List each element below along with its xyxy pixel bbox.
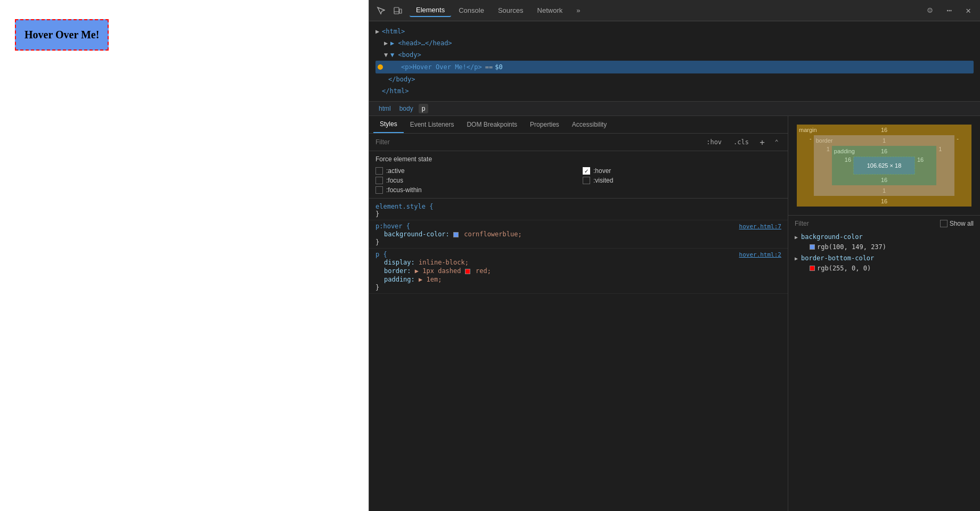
dom-p-line[interactable]: <p>Hover Over Me!</p> == $0 xyxy=(375,61,974,73)
bg-color-computed-swatch[interactable] xyxy=(810,244,815,250)
subtab-styles[interactable]: Styles xyxy=(373,116,404,133)
state-focus-within: :focus-within xyxy=(375,186,574,194)
p-tag: <p>Hover Over Me!</p> xyxy=(401,62,482,72)
expand-icon[interactable]: ⌃ xyxy=(772,137,781,147)
device-icon[interactable] xyxy=(390,3,405,18)
body-expand-icon[interactable]: ▼ xyxy=(384,50,390,60)
p-selector[interactable]: p { hover.html:2 xyxy=(375,251,781,258)
equals-sign: == xyxy=(485,62,493,72)
margin-top-value[interactable]: 16 xyxy=(881,127,887,133)
tab-network[interactable]: Network xyxy=(531,4,569,17)
computed-filter-input[interactable] xyxy=(795,220,936,227)
breadcrumb-html[interactable]: html xyxy=(375,104,394,113)
filter-input[interactable] xyxy=(375,138,698,146)
element-style-selector[interactable]: element.style { xyxy=(375,203,781,210)
dom-html-line[interactable]: ▶ <html> xyxy=(375,26,974,37)
border-prop[interactable]: border: ▶ 1px dashed red; xyxy=(375,267,781,275)
subtab-event-listeners[interactable]: Event Listeners xyxy=(404,117,461,133)
bg-color-expand-icon[interactable]: ▶ xyxy=(795,234,798,240)
bg-color-swatch[interactable] xyxy=(453,232,459,237)
margin-left-value[interactable]: - xyxy=(807,135,814,196)
head-expand-icon[interactable]: ▶ xyxy=(384,38,390,48)
state-visited: :visited xyxy=(583,177,781,184)
active-checkbox[interactable] xyxy=(375,167,383,175)
close-devtools-button[interactable]: ✕ xyxy=(961,3,976,18)
subtab-properties[interactable]: Properties xyxy=(524,117,566,133)
padding-bottom-value[interactable]: 16 xyxy=(881,177,887,183)
border-color-swatch[interactable] xyxy=(465,269,470,274)
hov-filter-button[interactable]: :hov xyxy=(703,137,725,147)
focus-label: :focus xyxy=(386,177,403,184)
active-label: :active xyxy=(386,167,405,175)
styles-panel: Styles Event Listeners DOM Breakpoints P… xyxy=(369,116,980,511)
padding-label: padding xyxy=(834,148,855,154)
p-hover-source[interactable]: hover.html:7 xyxy=(739,223,781,230)
cls-filter-button[interactable]: .cls xyxy=(730,137,753,147)
bg-color-name: background-color xyxy=(801,233,863,241)
breadcrumb-p[interactable]: p xyxy=(419,104,429,113)
toolbar-right-icons: ☺ ⋯ ✕ xyxy=(922,3,976,18)
content-size: 106.625 × 18 xyxy=(867,162,902,169)
feedback-icon[interactable]: ☺ xyxy=(922,3,937,18)
p-hover-selector[interactable]: p:hover { hover.html:7 xyxy=(375,222,781,230)
inspect-icon[interactable] xyxy=(373,3,388,18)
body-close-tag: </body> xyxy=(388,74,415,85)
add-style-rule-button[interactable]: + xyxy=(757,137,767,147)
force-state-title: Force element state xyxy=(375,155,781,163)
devtools-main-tabs: Elements Console Sources Network » xyxy=(410,4,920,17)
show-all-checkbox[interactable] xyxy=(940,220,948,227)
dom-body-close-line: </body> xyxy=(375,73,974,85)
hover-element[interactable]: Hover Over Me! xyxy=(15,19,109,51)
margin-right-value[interactable]: - xyxy=(954,135,961,196)
p-source[interactable]: hover.html:2 xyxy=(739,251,781,258)
focus-within-label: :focus-within xyxy=(386,186,422,194)
border-bottom-color-computed-value: rgb(255, 0, 0) xyxy=(817,265,871,272)
hover-checkbox[interactable] xyxy=(583,167,590,175)
dom-tree: ▶ <html> ▶ ▶ <head>…</head> ▼ ▼ <body> <… xyxy=(369,21,980,102)
breadcrumb-body[interactable]: body xyxy=(396,104,416,113)
border-bottom-value[interactable]: 1 xyxy=(883,187,886,194)
computed-bg-color[interactable]: ▶ background-color xyxy=(795,232,974,242)
html-tag: <html> xyxy=(382,26,405,37)
border-label: border xyxy=(816,137,833,144)
subtab-accessibility[interactable]: Accessibility xyxy=(566,117,613,133)
tab-sources[interactable]: Sources xyxy=(492,4,530,17)
border-bottom-color-computed-swatch[interactable] xyxy=(810,266,815,271)
subtab-dom-breakpoints[interactable]: DOM Breakpoints xyxy=(460,117,524,133)
background-color-prop[interactable]: background-color: cornflowerblue; xyxy=(375,230,781,238)
border-right-value[interactable]: 1 xyxy=(936,146,944,185)
focus-checkbox[interactable] xyxy=(375,177,383,184)
dom-head-line[interactable]: ▶ ▶ <head>…</head> xyxy=(375,37,974,49)
more-options-icon[interactable]: ⋯ xyxy=(942,3,957,18)
tab-console[interactable]: Console xyxy=(452,4,491,17)
visited-checkbox[interactable] xyxy=(583,177,590,184)
tab-elements[interactable]: Elements xyxy=(410,4,451,17)
tab-more[interactable]: » xyxy=(570,4,586,17)
state-active: :active xyxy=(375,167,574,175)
box-model-container: margin 16 16 - border 1 1 1 xyxy=(788,116,980,215)
computed-border-bottom-color[interactable]: ▶ border-bottom-color xyxy=(795,253,974,263)
display-prop[interactable]: display: inline-block; xyxy=(375,258,781,267)
border-left-value[interactable]: 1 xyxy=(824,146,832,185)
padding-top-value[interactable]: 16 xyxy=(881,148,887,154)
dom-body-line[interactable]: ▼ ▼ <body> xyxy=(375,49,974,61)
margin-bottom-value[interactable]: 16 xyxy=(881,198,887,204)
visited-label: :visited xyxy=(593,177,613,184)
state-focus: :focus xyxy=(375,177,574,184)
show-all-label[interactable]: Show all xyxy=(940,220,974,227)
content-box[interactable]: 106.625 × 18 xyxy=(853,156,915,175)
sub-tabs: Styles Event Listeners DOM Breakpoints P… xyxy=(369,116,788,134)
force-element-state-section: Force element state :active :hover :focu… xyxy=(369,151,788,199)
padding-left-value[interactable]: 16 xyxy=(843,156,853,175)
padding-prop[interactable]: padding: ▶ 1em; xyxy=(375,275,781,284)
padding-right-value[interactable]: 16 xyxy=(915,156,926,175)
computed-section: Show all ▶ background-color rgb(100, 149… xyxy=(788,215,980,511)
state-hover: :hover xyxy=(583,167,781,175)
css-rule-p: p { hover.html:2 display: inline-block; … xyxy=(369,249,788,294)
styles-right-panel: margin 16 16 - border 1 1 1 xyxy=(788,116,980,511)
border-bottom-color-expand-icon[interactable]: ▶ xyxy=(795,256,798,261)
computed-filter-bar: Show all xyxy=(795,220,974,227)
focus-within-checkbox[interactable] xyxy=(375,186,383,194)
html-expand-icon[interactable]: ▶ xyxy=(375,26,382,37)
border-top-value[interactable]: 1 xyxy=(883,137,886,144)
